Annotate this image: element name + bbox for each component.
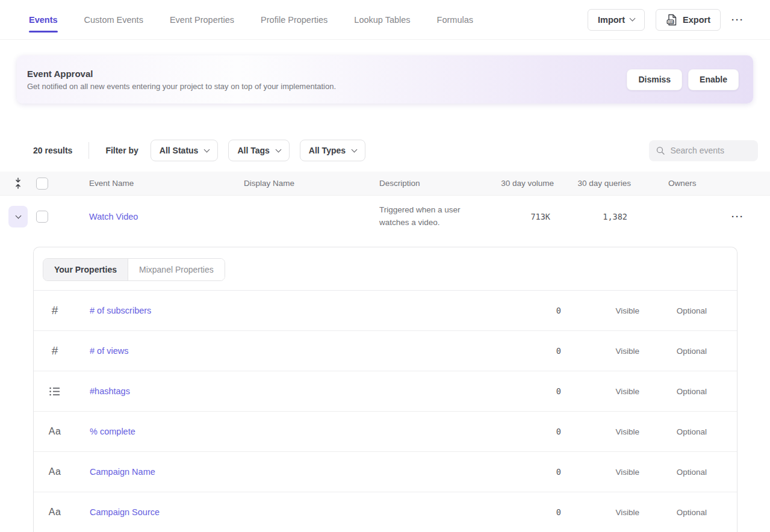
svg-text:csv: csv — [668, 20, 674, 23]
import-button-label: Import — [598, 15, 625, 25]
text-type-icon: Aa — [49, 466, 61, 477]
property-name-link[interactable]: Campaign Source — [90, 507, 160, 517]
properties-tab-group: Your Properties Mixpanel Properties — [43, 258, 225, 281]
property-requirement: Optional — [647, 427, 737, 436]
event-description: Triggered when a user watches a video. — [379, 204, 494, 229]
header-event-name: Event Name — [71, 179, 244, 188]
results-count: 20 results — [33, 146, 72, 155]
tags-filter-dropdown[interactable]: All Tags — [228, 140, 289, 161]
csv-file-icon: csv — [666, 14, 677, 26]
property-queries: 0 — [502, 467, 568, 477]
property-name-link[interactable]: # of subscribers — [90, 306, 151, 315]
property-visibility: Visible — [568, 427, 647, 436]
number-type-icon: # — [52, 304, 58, 317]
property-visibility: Visible — [568, 508, 647, 517]
more-menu-ellipsis-icon[interactable]: ··· — [731, 14, 744, 25]
header-queries: 30 day queries — [554, 179, 631, 188]
banner-description: Get notified on all new events entering … — [27, 82, 336, 91]
property-visibility: Visible — [568, 387, 647, 396]
search-box[interactable] — [649, 140, 758, 161]
import-button[interactable]: Import — [588, 9, 645, 31]
filter-bar: 20 results Filter by All Status All Tags… — [33, 140, 758, 161]
header-display-name: Display Name — [244, 179, 379, 188]
event-approval-banner: Event Approval Get notified on all new e… — [17, 55, 753, 104]
divider — [88, 142, 89, 159]
property-queries: 0 — [502, 386, 568, 396]
top-nav: Events Custom Events Event Properties Pr… — [0, 0, 770, 40]
filter-dropdowns: All Status All Tags All Types — [151, 140, 365, 161]
tags-filter-label: All Tags — [237, 146, 269, 155]
filter-by-label: Filter by — [105, 146, 138, 155]
table-header-row: Event Name Display Name Description 30 d… — [0, 172, 770, 196]
properties-panel: Your Properties Mixpanel Properties # # … — [33, 247, 737, 532]
property-requirement: Optional — [647, 508, 737, 517]
banner-text: Event Approval Get notified on all new e… — [27, 69, 336, 91]
select-all-checkbox[interactable] — [36, 178, 48, 190]
nav-tabs: Events Custom Events Event Properties Pr… — [29, 0, 473, 39]
tab-mixpanel-properties[interactable]: Mixpanel Properties — [128, 259, 225, 280]
tab-your-properties[interactable]: Your Properties — [43, 259, 128, 280]
enable-button[interactable]: Enable — [688, 69, 739, 90]
chevron-down-icon — [352, 146, 358, 152]
property-name-link[interactable]: Campaign Name — [90, 467, 155, 477]
header-volume: 30 day volume — [494, 179, 554, 188]
tab-lookup-tables[interactable]: Lookup Tables — [354, 0, 410, 39]
banner-title: Event Approval — [27, 69, 336, 79]
collapse-rows-button[interactable] — [14, 178, 22, 189]
row-actions-ellipsis-icon[interactable]: ··· — [731, 211, 744, 221]
header-owners: Owners — [668, 179, 710, 188]
status-filter-dropdown[interactable]: All Status — [151, 140, 219, 161]
tab-events[interactable]: Events — [29, 0, 58, 39]
property-row: #hashtags 0 Visible Optional — [34, 371, 737, 412]
property-queries: 0 — [502, 507, 568, 517]
status-filter-label: All Status — [160, 146, 199, 155]
event-queries: 1,382 — [554, 212, 631, 221]
property-row: Aa % complete 0 Visible Optional — [34, 412, 737, 452]
event-volume: 713K — [494, 212, 554, 221]
event-name-link[interactable]: Watch Video — [89, 212, 138, 221]
export-button-label: Export — [683, 15, 710, 25]
search-icon — [656, 146, 665, 156]
export-button[interactable]: csv Export — [656, 9, 721, 31]
tab-formulas[interactable]: Formulas — [437, 0, 473, 39]
types-filter-dropdown[interactable]: All Types — [300, 140, 365, 161]
event-table-row: Watch Video Triggered when a user watche… — [0, 196, 770, 238]
list-type-icon — [49, 387, 60, 396]
property-queries: 0 — [502, 306, 568, 315]
row-expand-toggle[interactable] — [8, 206, 28, 227]
chevron-down-icon — [15, 212, 21, 218]
collapse-arrows-icon — [14, 178, 22, 189]
chevron-down-icon — [275, 146, 281, 152]
property-visibility: Visible — [568, 306, 647, 315]
property-row: Aa Campaign Name 0 Visible Optional — [34, 452, 737, 492]
property-queries: 0 — [502, 346, 568, 356]
property-requirement: Optional — [647, 468, 737, 477]
property-requirement: Optional — [647, 387, 737, 396]
nav-actions: Import csv Export ··· — [588, 0, 744, 39]
types-filter-label: All Types — [309, 146, 346, 155]
property-row: # # of subscribers 0 Visible Optional — [34, 291, 737, 331]
search-input[interactable] — [670, 146, 751, 155]
property-name-link[interactable]: % complete — [90, 427, 135, 436]
expand-chip[interactable] — [8, 206, 28, 227]
properties-tabs-area: Your Properties Mixpanel Properties — [34, 247, 737, 291]
row-checkbox[interactable] — [36, 211, 48, 223]
property-requirement: Optional — [647, 347, 737, 356]
header-description: Description — [379, 179, 494, 188]
dismiss-button[interactable]: Dismiss — [627, 69, 682, 90]
property-visibility: Visible — [568, 347, 647, 356]
text-type-icon: Aa — [49, 507, 61, 518]
number-type-icon: # — [52, 344, 58, 357]
property-row: # # of views 0 Visible Optional — [34, 331, 737, 371]
banner-actions: Dismiss Enable — [627, 69, 739, 90]
property-name-link[interactable]: #hashtags — [90, 386, 130, 396]
tab-custom-events[interactable]: Custom Events — [84, 0, 143, 39]
property-visibility: Visible — [568, 468, 647, 477]
chevron-down-icon — [204, 146, 210, 152]
tab-profile-properties[interactable]: Profile Properties — [261, 0, 328, 39]
chevron-down-icon — [630, 16, 636, 22]
tab-event-properties[interactable]: Event Properties — [170, 0, 234, 39]
text-type-icon: Aa — [49, 426, 61, 437]
property-requirement: Optional — [647, 306, 737, 315]
property-name-link[interactable]: # of views — [90, 346, 128, 356]
